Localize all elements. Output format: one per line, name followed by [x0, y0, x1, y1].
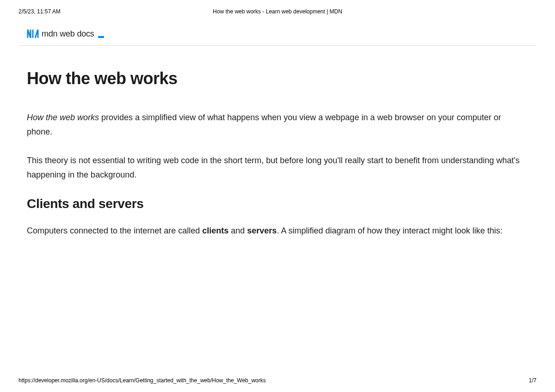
- print-title: How the web works - Learn web developmen…: [213, 8, 342, 15]
- text-segment: Computers connected to the internet are …: [27, 226, 202, 235]
- intro-paragraph-1: How the web works provides a simplified …: [27, 110, 528, 139]
- article-content: How the web works How the web works prov…: [0, 46, 555, 238]
- print-url: https://developer.mozilla.org/en-US/docs…: [18, 377, 266, 384]
- section-heading-clients-servers: Clients and servers: [27, 196, 528, 211]
- bold-servers: servers: [247, 226, 277, 235]
- text-segment: and: [228, 226, 247, 235]
- mdn-logo[interactable]: mdn web docs: [27, 29, 555, 39]
- mdn-logo-text: mdn web docs: [42, 29, 94, 39]
- mdn-logo-icon: [27, 29, 39, 39]
- print-page-number: 1/7: [529, 377, 536, 384]
- print-footer: https://developer.mozilla.org/en-US/docs…: [18, 377, 536, 384]
- print-timestamp: 2/5/23, 11:57 AM: [18, 8, 61, 15]
- print-header: 2/5/23, 11:57 AM How the web works - Lea…: [0, 0, 555, 15]
- intro-emphasis: How the web works: [27, 113, 99, 122]
- intro-paragraph-2: This theory is not essential to writing …: [27, 153, 528, 182]
- text-segment: . A simplified diagram of how they inter…: [277, 226, 502, 235]
- section-paragraph-1: Computers connected to the internet are …: [27, 224, 528, 238]
- page-title: How the web works: [27, 69, 528, 88]
- bold-clients: clients: [202, 226, 228, 235]
- cursor-icon: [98, 36, 104, 38]
